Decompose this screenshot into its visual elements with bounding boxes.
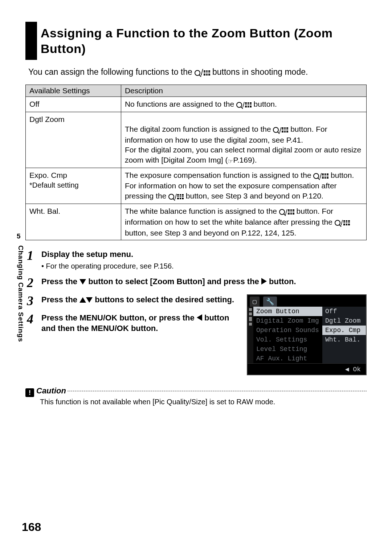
camera-tab-icon: ▢ [250,297,260,307]
step-title: Press the buttons to select the desired … [41,294,240,307]
lcd-row: Vol. Settings Wht. Bal. [253,335,366,344]
lcd-scrollbar [248,307,253,363]
reference-icon: ☞ [228,158,233,165]
lcd-option [322,354,366,363]
section-title: Assigning a Function to the Zoom Button … [25,22,367,60]
intro-text: You can assign the following functions t… [28,66,367,79]
lcd-menu-item: Vol. Settings [253,335,322,344]
down-arrow-icon [79,279,86,285]
step-title: Press the MENU/OK button, or press the b… [41,312,240,334]
step-3: 3 Press the buttons to select the desire… [27,294,240,307]
setting-description: The digital zoom function is assigned to… [121,112,366,168]
table-row: Dgtl Zoom The digital zoom function is a… [26,112,367,168]
settings-table: Available Settings Description Off No fu… [25,85,367,241]
zoom-buttons-icon: / [313,171,328,181]
title-text: Assigning a Function to the Zoom Button … [41,22,367,60]
step-title: Press the button to select [Zoom Button]… [41,276,367,289]
lcd-row: Digital Zoom Img Dgtl Zoom [253,316,366,326]
caution-icon: ! [25,388,34,397]
lcd-row: AF Aux. Light [253,354,366,363]
lcd-row: Operation Sounds Expo. Cmp [253,326,366,335]
setting-name: Wht. Bal. [26,204,121,240]
page-number: 168 [22,520,41,534]
step-number: 1 [27,249,41,271]
lcd-row: Zoom Button Off [253,307,366,316]
lcd-menu-item: Level Setting [253,344,322,354]
table-row: Off No functions are assigned to the / b… [26,97,367,112]
step-number: 3 [27,294,41,307]
sidebar: 5 Changing Camera Settings [17,232,28,385]
chapter-label: Changing Camera Settings [17,245,25,342]
lcd-menu-item: Operation Sounds [253,326,322,335]
setting-description: The exposure compensation function is as… [121,168,366,204]
lcd-ok-hint: ◀ Ok [248,363,366,375]
table-row: Wht. Bal. The white balance function is … [26,204,367,240]
down-arrow-icon [86,297,93,303]
right-arrow-icon [261,278,267,285]
wrench-tab-icon: 🔧 [263,297,277,307]
step-2: 2 Press the button to select [Zoom Butto… [27,276,367,289]
step-4: 4 Press the MENU/OK button, or press the… [27,312,240,334]
step-1: 1 Display the setup menu. For the operat… [27,249,367,271]
zoom-buttons-icon: / [195,67,210,78]
lcd-menu-item: Zoom Button [253,307,322,316]
lcd-row: Level Setting [253,344,366,354]
step-number: 2 [27,276,41,289]
zoom-buttons-icon: / [168,192,184,201]
chapter-number: 5 [17,232,28,240]
title-bar-icon [25,22,37,60]
caution-heading: ! Caution [25,386,367,396]
table-header-description: Description [121,85,366,97]
lcd-menu-item: AF Aux. Light [253,354,322,363]
caution-rule [68,391,367,391]
zoom-buttons-icon: / [279,207,294,217]
lcd-option [322,344,366,354]
setting-name: Expo. Cmp *Default setting [26,168,121,204]
setting-name: Off [26,97,121,112]
table-row: Expo. Cmp *Default setting The exposure … [26,168,367,204]
setting-description: The white balance function is assigned t… [121,204,366,240]
step-bullet: For the operating procedure, see P.156. [41,261,367,271]
default-setting-note: *Default setting [29,181,79,189]
table-header-setting: Available Settings [26,85,121,97]
zoom-buttons-icon: / [236,100,252,110]
step-number: 4 [27,312,41,334]
lcd-option: Off [322,307,366,316]
lcd-screenshot: ▢ 🔧 Zoom Button Off Digital Zoom Img [247,294,367,375]
caution-label: Caution [36,386,66,396]
zoom-buttons-icon: / [335,218,350,228]
lcd-menu-item: Digital Zoom Img [253,316,322,326]
caution-text: This function is not available when [Pic… [40,398,367,406]
lcd-option: Dgtl Zoom [322,316,366,326]
zoom-buttons-icon: / [273,125,288,135]
setting-description: No functions are assigned to the / butto… [121,97,366,112]
up-arrow-icon [79,297,86,303]
lcd-option: Expo. Cmp [322,326,366,335]
step-title: Display the setup menu. [41,249,367,260]
lcd-option: Wht. Bal. [322,335,366,344]
setting-name: Dgtl Zoom [26,112,121,168]
left-arrow-icon [197,314,202,321]
